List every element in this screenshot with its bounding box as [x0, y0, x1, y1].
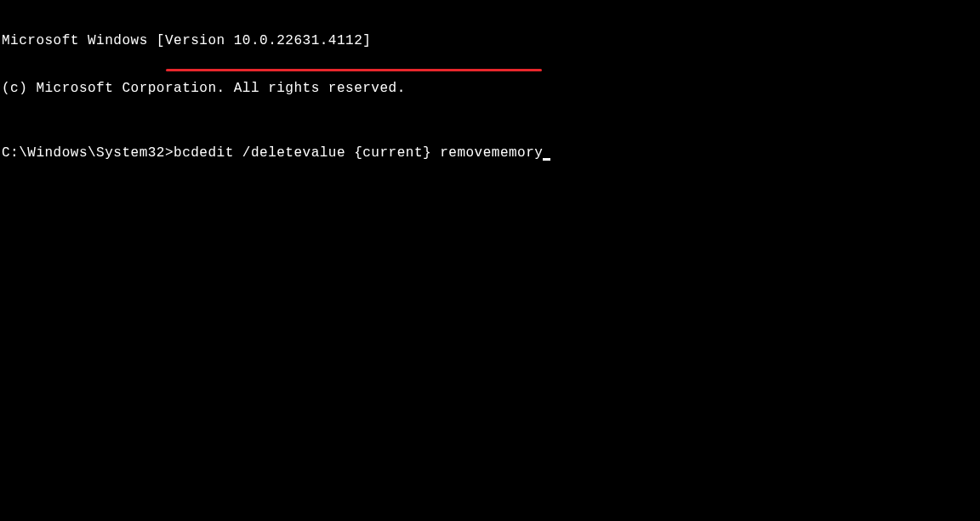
terminal-window[interactable]: Microsoft Windows [Version 10.0.22631.41…	[0, 0, 980, 178]
annotation-underline	[166, 69, 542, 71]
command-input[interactable]: bcdedit /deletevalue {current} removemem…	[174, 145, 543, 161]
copyright-line: (c) Microsoft Corporation. All rights re…	[2, 80, 978, 97]
prompt-text: C:\Windows\System32>	[2, 145, 174, 161]
cursor-icon	[543, 158, 550, 161]
version-line: Microsoft Windows [Version 10.0.22631.41…	[2, 32, 978, 49]
prompt-line: C:\Windows\System32>bcdedit /deletevalue…	[2, 144, 978, 161]
